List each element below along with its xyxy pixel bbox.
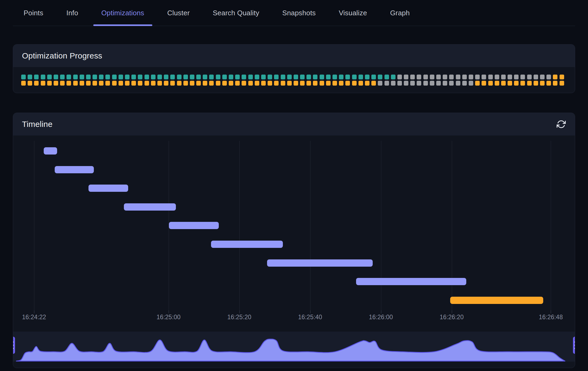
progress-cell-teal	[66, 75, 71, 79]
handle-dot	[13, 345, 14, 346]
progress-cell-teal	[242, 75, 246, 79]
progress-cell-orange	[527, 81, 532, 86]
optimization-progress-card: Optimization Progress	[13, 44, 575, 93]
progress-cell-teal	[170, 75, 175, 79]
refresh-icon	[557, 120, 566, 129]
progress-cell-gray	[417, 81, 421, 86]
progress-cell-orange	[553, 75, 557, 79]
progress-cell-teal	[99, 75, 103, 79]
progress-cell-orange	[157, 81, 162, 86]
gantt-bar-row-5[interactable]	[211, 241, 283, 248]
progress-cell-orange	[190, 81, 194, 86]
progress-cell-teal	[105, 75, 110, 79]
progress-cell-teal	[352, 75, 357, 79]
axis-tick	[169, 310, 169, 313]
refresh-button[interactable]	[556, 119, 566, 129]
progress-cell-orange	[352, 81, 357, 86]
progress-cell-orange	[138, 81, 142, 86]
tab-optimizations[interactable]: Optimizations	[93, 0, 152, 26]
progress-cell-orange	[546, 81, 551, 86]
progress-cell-teal	[371, 75, 376, 79]
progress-cell-teal	[138, 75, 142, 79]
progress-cell-teal	[222, 75, 227, 79]
progress-cell-gray	[397, 75, 402, 79]
progress-cell-gray	[404, 81, 408, 86]
progress-cell-teal	[300, 75, 305, 79]
progress-cell-gray	[508, 75, 512, 79]
progress-cell-teal	[28, 75, 32, 79]
progress-cell-orange	[216, 81, 220, 86]
progress-cell-orange	[235, 81, 240, 86]
progress-cell-teal	[345, 75, 350, 79]
progress-cell-gray	[384, 81, 389, 86]
gantt-bar-row-4[interactable]	[169, 222, 219, 229]
timeline-brush[interactable]	[13, 332, 575, 362]
progress-cell-orange	[41, 81, 45, 86]
progress-cell-teal	[34, 75, 39, 79]
tab-points[interactable]: Points	[16, 0, 51, 26]
gantt-gridline	[551, 141, 551, 310]
progress-cell-teal	[391, 75, 395, 79]
brush-right-handle[interactable]	[573, 337, 575, 354]
progress-cell-teal	[229, 75, 233, 79]
progress-cell-gray	[430, 81, 434, 86]
progress-cell-orange	[520, 81, 525, 86]
progress-cell-teal	[209, 75, 214, 79]
progress-cell-teal	[164, 75, 168, 79]
gantt-bar-row-0[interactable]	[44, 147, 57, 155]
progress-cell-gray	[391, 81, 395, 86]
progress-cell-gray	[462, 81, 467, 86]
progress-cell-teal	[60, 75, 65, 79]
axis-label: 16:25:40	[298, 314, 322, 321]
progress-cell-teal	[384, 75, 389, 79]
handle-dot	[13, 341, 14, 343]
progress-cell-teal	[365, 75, 369, 79]
progress-cell-gray	[501, 75, 506, 79]
gantt-bar-row-2[interactable]	[88, 185, 128, 192]
gantt-bar-row-6[interactable]	[267, 259, 373, 267]
progress-cell-gray	[514, 75, 519, 79]
brush-left-handle[interactable]	[13, 337, 15, 354]
progress-cell-gray	[540, 75, 545, 79]
progress-card-header: Optimization Progress	[13, 45, 575, 67]
handle-dot	[574, 345, 575, 346]
progress-cell-gray	[423, 81, 428, 86]
progress-cell-orange	[281, 81, 285, 86]
gantt-bar-row-1[interactable]	[55, 166, 94, 173]
progress-cell-orange	[105, 81, 110, 86]
progress-cell-teal	[125, 75, 130, 79]
axis-tick	[34, 310, 34, 313]
progress-cell-gray	[436, 75, 441, 79]
gantt-bar-row-3[interactable]	[124, 203, 176, 211]
gantt-bar-row-8[interactable]	[450, 297, 543, 304]
tab-visualize[interactable]: Visualize	[331, 0, 375, 26]
progress-cell-gray	[449, 81, 454, 86]
progress-cell-gray	[397, 81, 402, 86]
progress-cell-teal	[268, 75, 272, 79]
axis-label: 16:25:00	[157, 314, 181, 321]
progress-cell-orange	[80, 81, 84, 86]
progress-cell-teal	[248, 75, 253, 79]
tab-cluster[interactable]: Cluster	[159, 0, 198, 26]
progress-cell-teal	[313, 75, 317, 79]
progress-cell-gray	[410, 81, 415, 86]
progress-cell-gray	[462, 75, 467, 79]
tab-search-quality[interactable]: Search Quality	[205, 0, 267, 26]
progress-cell-teal	[183, 75, 188, 79]
progress-cell-teal	[41, 75, 45, 79]
gantt-bar-row-7[interactable]	[356, 278, 466, 285]
axis-label: 16:26:20	[440, 314, 464, 321]
tab-snapshots[interactable]: Snapshots	[274, 0, 324, 26]
progress-cell-teal	[281, 75, 285, 79]
progress-cell-orange	[261, 81, 266, 86]
tab-graph[interactable]: Graph	[382, 0, 418, 26]
progress-cell-gray	[482, 75, 486, 79]
progress-cell-orange	[151, 81, 156, 86]
axis-tick	[239, 310, 240, 313]
progress-row-bottom	[21, 81, 567, 86]
tab-info[interactable]: Info	[58, 0, 86, 26]
progress-cell-gray	[378, 81, 382, 86]
timeline-card: Timeline 16:24:2216:25:0016:25:2016:25:4…	[13, 113, 575, 368]
progress-cell-teal	[54, 75, 58, 79]
progress-cell-orange	[248, 81, 253, 86]
